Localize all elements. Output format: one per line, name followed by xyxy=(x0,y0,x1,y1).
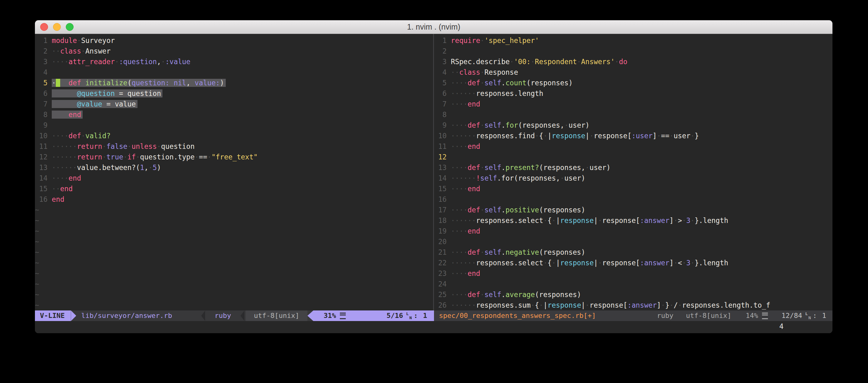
filetype-left: ruby xyxy=(207,310,239,321)
line-number: 17 xyxy=(434,205,451,215)
code-line[interactable]: 14 ······!self.for(responses,·user) xyxy=(434,173,833,183)
line-number: 1 xyxy=(35,35,52,46)
line-number-icon: LN xyxy=(805,312,811,320)
line-number-icon: LN xyxy=(406,312,412,320)
line-number: 9 xyxy=(35,120,52,131)
code-text: end xyxy=(52,195,64,203)
code-line[interactable]: 25 ····def·self.average(responses) xyxy=(434,289,833,300)
line-number: 8 xyxy=(35,109,52,120)
code-line[interactable]: 14 ····end xyxy=(35,173,433,183)
line-number: 7 xyxy=(35,99,52,109)
code-text: ····def·self.count(responses) xyxy=(451,79,573,87)
code-line[interactable]: 11 ······return·false·unless·question xyxy=(35,141,433,152)
column-number: 1 xyxy=(817,310,826,321)
line-number: 10 xyxy=(35,131,52,141)
code-line[interactable]: 2 ··class·Answer xyxy=(35,46,433,56)
code-line[interactable]: 9 ····def·self.for(responses,·user) xyxy=(434,120,833,131)
line-number: 6 xyxy=(35,88,52,99)
code-line[interactable]: 13 ····def·self.present?(responses,·user… xyxy=(434,162,833,173)
code-line[interactable]: 2 xyxy=(434,46,833,56)
powerline-arrow-icon xyxy=(71,310,76,321)
empty-line: ~ xyxy=(35,236,433,247)
code-text: ······responses.find·{·|response|·respon… xyxy=(451,132,699,140)
zoom-button-icon[interactable] xyxy=(66,23,73,31)
line-number: 11 xyxy=(434,141,451,152)
statusline-left: V-LINE lib/surveyor/answer.rb ruby utf-8… xyxy=(35,310,434,321)
code-text: ······!self.for(responses,·user) xyxy=(451,174,585,182)
code-line[interactable]: 19 ····end xyxy=(434,226,833,236)
code-line[interactable]: 26 ······responses.sum·{·|response|·resp… xyxy=(434,300,833,310)
line-number: 5 xyxy=(434,77,451,88)
code-line[interactable]: 13 ······value.between?(1,·5) xyxy=(35,162,433,173)
line-number: 2 xyxy=(35,46,52,56)
code-line[interactable]: 9 xyxy=(35,120,433,131)
code-line[interactable]: 12 ······return·true·if·question.type·==… xyxy=(35,152,433,162)
code-text: ······responses.select·{·|response|·resp… xyxy=(451,216,728,224)
code-line[interactable]: 7 ····end xyxy=(434,99,833,109)
tilde-marker: ~ xyxy=(35,248,39,256)
filename-left: lib/surveyor/answer.rb xyxy=(76,310,172,321)
line-number: 13 xyxy=(35,162,52,173)
line-number: 22 xyxy=(434,257,451,268)
code-line[interactable]: 21 ····def·self.negative(responses) xyxy=(434,247,833,257)
code-line[interactable]: 4 ··class·Response xyxy=(434,67,833,77)
editor-pane-right[interactable]: 1 require·'spec_helper' 2 3 RSpec.descri… xyxy=(434,34,833,310)
code-line[interactable]: 16 xyxy=(434,194,833,205)
line-number: 16 xyxy=(35,194,52,205)
code-text: module·Surveyor xyxy=(52,36,115,44)
tilde-marker: ~ xyxy=(35,259,39,267)
line-number: 25 xyxy=(434,289,451,300)
code-text: ····end xyxy=(451,269,480,277)
code-line[interactable]: 24 xyxy=(434,279,833,289)
titlebar[interactable]: 1. nvim . (nvim) xyxy=(35,20,833,34)
code-line[interactable]: 3 RSpec.describe·'00:·Respondent·Answers… xyxy=(434,56,833,67)
code-line[interactable]: 10 ····def·valid? xyxy=(35,131,433,141)
code-line[interactable]: 15 ····end xyxy=(434,183,833,194)
encoding-left: utf-8[unix] xyxy=(246,310,307,321)
editor-pane-left[interactable]: 1 module·Surveyor 2 ··class·Answer 3 ···… xyxy=(35,34,433,310)
code-line[interactable]: 5 · def initialize(question: nil, value:… xyxy=(35,77,433,88)
code-line[interactable]: 10 ······responses.find·{·|response|·res… xyxy=(434,131,833,141)
code-text: ····def·self.for(responses,·user) xyxy=(451,121,590,129)
code-text: ··end xyxy=(52,185,73,193)
code-line[interactable]: 16 end xyxy=(35,194,433,205)
code-text: end xyxy=(52,110,83,119)
code-line[interactable]: 23 ····end xyxy=(434,268,833,279)
code-line[interactable]: 1 require·'spec_helper' xyxy=(434,35,833,46)
code-text: RSpec.describe·'00:·Respondent·Answers'·… xyxy=(451,58,627,66)
code-text: ······return·false·unless·question xyxy=(52,142,194,150)
code-line[interactable]: 1 module·Surveyor xyxy=(35,35,433,46)
code-line[interactable]: 18 ······responses.select·{·|response|·r… xyxy=(434,215,833,226)
tilde-marker: ~ xyxy=(35,290,39,299)
code-text: ····def·valid? xyxy=(52,132,111,140)
close-button-icon[interactable] xyxy=(40,23,48,31)
code-line[interactable]: 7 @value = value xyxy=(35,99,433,109)
command-line[interactable]: 4 xyxy=(35,321,833,332)
code-line[interactable]: 8 xyxy=(434,109,833,120)
code-line[interactable]: 4 xyxy=(35,67,433,77)
tilde-marker: ~ xyxy=(35,206,39,214)
code-line[interactable]: 3 ····attr_reader·:question,·:value xyxy=(35,56,433,67)
code-line[interactable]: 5 ····def·self.count(responses) xyxy=(434,77,833,88)
code-text: @value = value xyxy=(52,100,137,108)
line-number: 5 xyxy=(35,77,52,88)
code-line[interactable]: 20 xyxy=(434,236,833,247)
code-line[interactable]: 12 xyxy=(434,152,833,162)
code-line[interactable]: 11 ····end xyxy=(434,141,833,152)
tilde-marker: ~ xyxy=(35,280,39,288)
code-line[interactable]: 6 ······responses.length xyxy=(434,88,833,99)
code-line[interactable]: 22 ······responses.select·{·|response|·r… xyxy=(434,257,833,268)
line-number: 21 xyxy=(434,247,451,257)
code-text: ······responses.select·{·|response|·resp… xyxy=(451,259,728,267)
code-text: ····end xyxy=(451,185,480,193)
code-line[interactable]: 17 ····def·self.positive(responses) xyxy=(434,205,833,215)
code-text: · def initialize(question: nil, value:) xyxy=(52,79,226,87)
minimize-button-icon[interactable] xyxy=(53,23,61,31)
code-line[interactable]: 15 ··end xyxy=(35,183,433,194)
code-line[interactable]: 8 end xyxy=(35,109,433,120)
empty-line: ~ xyxy=(35,268,433,279)
code-text: ······responses.sum·{·|response|·respons… xyxy=(451,301,770,309)
code-line[interactable]: 6 @question = question xyxy=(35,88,433,99)
line-number: 14 xyxy=(434,173,451,183)
line-number: 14 xyxy=(35,173,52,183)
